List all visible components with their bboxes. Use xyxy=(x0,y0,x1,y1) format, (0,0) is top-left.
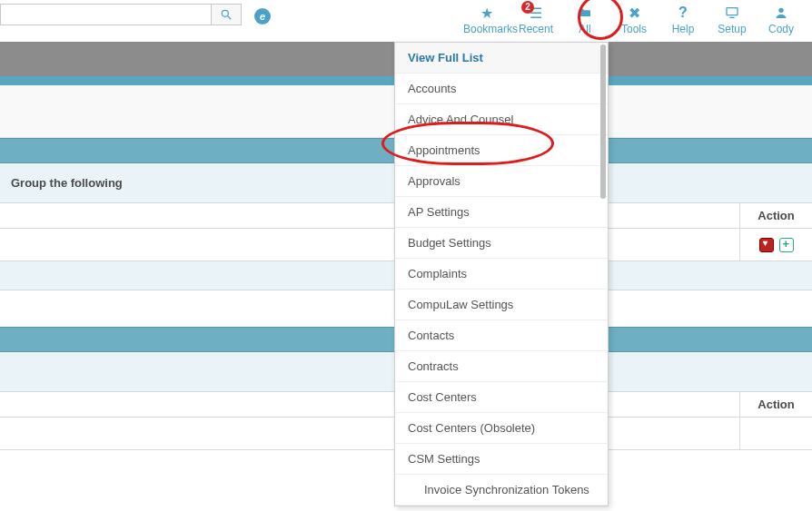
nav-bookmarks[interactable]: ★ Bookmarks xyxy=(463,2,510,35)
svg-point-4 xyxy=(778,8,783,13)
search-input[interactable] xyxy=(0,4,211,25)
search-button[interactable] xyxy=(211,4,242,25)
nav-user-label: Cody xyxy=(758,23,805,35)
nav-all-label: All xyxy=(561,23,609,35)
help-icon: ? xyxy=(659,4,707,22)
dropdown-item-compulaw[interactable]: CompuLaw Settings xyxy=(395,290,608,320)
folder-icon xyxy=(561,4,609,22)
globe-icon[interactable]: e xyxy=(254,8,271,25)
nav-bookmarks-label: Bookmarks xyxy=(463,23,510,35)
nav-all[interactable]: All xyxy=(561,2,609,35)
monitor-icon xyxy=(708,4,756,22)
all-dropdown: View Full List Accounts Advice And Couns… xyxy=(394,42,609,506)
dropdown-item-apsettings[interactable]: AP Settings xyxy=(395,197,608,228)
dropdown-item-complaints[interactable]: Complaints xyxy=(395,259,608,290)
dropdown-scrollbar[interactable] xyxy=(600,44,606,199)
dropdown-item-contracts[interactable]: Contracts xyxy=(395,351,608,382)
tools-icon: ✖ xyxy=(610,4,658,22)
svg-line-1 xyxy=(228,16,232,20)
search-icon xyxy=(220,8,233,21)
dropdown-item-accounts[interactable]: Accounts xyxy=(395,74,608,104)
dropdown-header[interactable]: View Full List xyxy=(395,43,608,74)
nav-user[interactable]: Cody xyxy=(758,2,805,35)
row-actions xyxy=(739,418,812,449)
nav-tools[interactable]: ✖ Tools xyxy=(610,2,658,35)
nav-recent-label: Recent xyxy=(512,23,559,35)
action-header: Action xyxy=(739,203,812,228)
dropdown-item-approvals[interactable]: Approvals xyxy=(395,166,608,197)
nav-help-label: Help xyxy=(659,23,707,35)
dropdown-item-invoice-tokens[interactable]: Invoice Synchronization Tokens xyxy=(395,475,608,506)
recent-badge: 2 xyxy=(521,1,534,14)
dropdown-item-advice[interactable]: Advice And Counsel xyxy=(395,104,608,135)
dropdown-item-contacts[interactable]: Contacts xyxy=(395,320,608,351)
dropdown-item-csm[interactable]: CSM Settings xyxy=(395,444,608,475)
add-icon[interactable] xyxy=(779,238,794,252)
group-label: Group the following xyxy=(11,176,123,190)
action-header: Action xyxy=(739,392,812,417)
nav-recent[interactable]: 2 ☰ Recent xyxy=(512,2,559,35)
dropdown-item-costcenters[interactable]: Cost Centers xyxy=(395,382,608,413)
person-icon xyxy=(758,4,805,22)
star-icon: ★ xyxy=(463,4,510,22)
list-icon: ☰ xyxy=(512,4,559,22)
dropdown-item-budget[interactable]: Budget Settings xyxy=(395,228,608,259)
nav-tools-label: Tools xyxy=(610,23,658,35)
svg-point-0 xyxy=(222,10,228,16)
dropdown-item-costcentersobs[interactable]: Cost Centers (Obsolete) xyxy=(395,413,608,444)
nav-setup-label: Setup xyxy=(708,23,756,35)
row-actions xyxy=(739,229,812,260)
dropdown-item-appointments[interactable]: Appointments xyxy=(395,135,608,166)
nav-help[interactable]: ? Help xyxy=(659,2,707,35)
remove-icon[interactable] xyxy=(759,238,774,252)
nav-setup[interactable]: Setup xyxy=(708,2,756,35)
svg-rect-2 xyxy=(727,8,738,15)
